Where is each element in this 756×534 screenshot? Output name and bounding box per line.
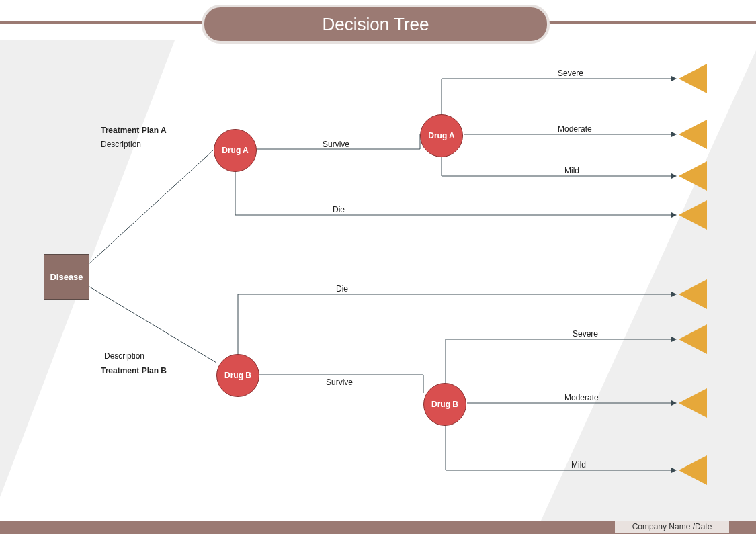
outcome-triangle-icon (679, 161, 707, 191)
outcome-triangle-icon (679, 64, 707, 93)
node-drug-a-1: Drug A (214, 129, 257, 172)
label-survive-a: Survive (323, 140, 349, 149)
label-moderate-a: Moderate (558, 124, 592, 134)
label-plan-b: Treatment Plan B (101, 366, 167, 375)
outcome-triangle-icon (679, 388, 707, 418)
page: Decision Tree Disease Treatment Plan A D… (0, 0, 756, 534)
root-node-disease: Disease (44, 254, 89, 300)
label-desc-b: Description (104, 351, 144, 361)
node-drug-a-2: Drug A (420, 114, 463, 157)
outcome-triangle-icon (679, 455, 707, 485)
footer-label: Company Name /Date (615, 521, 729, 533)
label-plan-a: Treatment Plan A (101, 126, 167, 135)
diagram-title: Decision Tree (202, 5, 550, 44)
label-severe-b: Severe (573, 329, 598, 339)
outcome-triangle-icon (679, 279, 707, 309)
label-severe-a: Severe (558, 69, 583, 78)
outcome-triangle-icon (679, 120, 707, 149)
outcome-triangle-icon (679, 200, 707, 230)
bg-shape-right (541, 50, 756, 521)
label-survive-b: Survive (326, 377, 353, 387)
label-mild-a: Mild (564, 166, 579, 175)
label-mild-b: Mild (571, 460, 586, 470)
label-desc-a: Description (101, 140, 141, 149)
node-drug-b-2: Drug B (423, 383, 466, 426)
outcome-triangle-icon (679, 324, 707, 354)
label-moderate-b: Moderate (564, 393, 599, 402)
node-drug-b-1: Drug B (216, 354, 259, 397)
label-die-a: Die (333, 205, 345, 214)
label-die-b: Die (336, 284, 348, 294)
